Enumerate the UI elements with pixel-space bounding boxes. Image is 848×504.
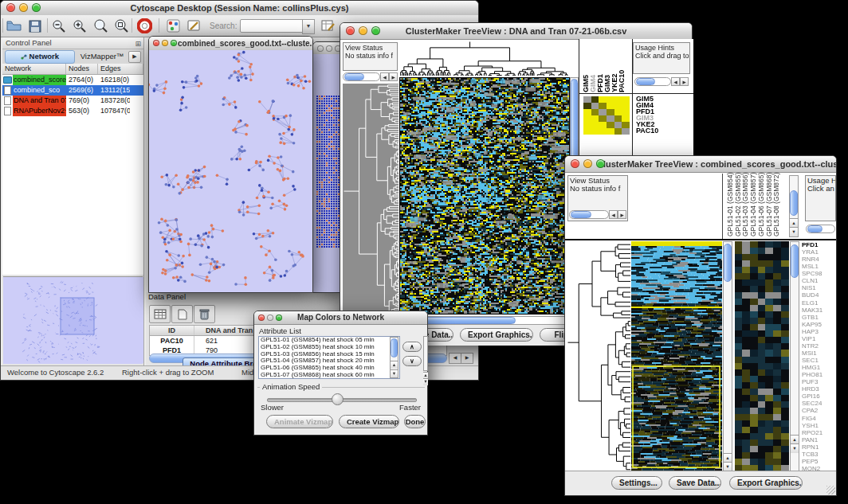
close-button[interactable]	[346, 26, 355, 35]
scroll-right-icon[interactable]: ▶	[680, 77, 689, 86]
zoom-in-icon[interactable]	[71, 18, 88, 34]
global-heatmap[interactable]	[631, 241, 722, 472]
network-list-item[interactable]: RNAPuberNov2+I563(0)107847(0)	[2, 106, 143, 116]
scroll-left-icon[interactable]: ◀	[671, 77, 680, 86]
attribute-select-icon[interactable]	[149, 305, 171, 323]
minimize-button[interactable]	[359, 26, 367, 35]
slider-thumb[interactable]	[332, 393, 344, 405]
attribute-editor-icon[interactable]	[320, 18, 336, 34]
gene-label: PAN1	[802, 436, 837, 443]
scroll-left-icon[interactable]: ◀	[380, 72, 389, 81]
cytoscape-titlebar[interactable]: Cytoscape Desktop (Session Name: collins…	[1, 1, 478, 16]
scroll-down-icon[interactable]: ▼	[791, 443, 799, 453]
col-nodes[interactable]: Nodes	[66, 64, 98, 74]
treeview2-titlebar[interactable]: ClusterMaker TreeView : combined_scores_…	[565, 156, 836, 173]
scroll-down-icon[interactable]: ▼	[423, 378, 428, 385]
float-panel-icon[interactable]: ⊞	[135, 38, 141, 49]
minimize-button[interactable]	[19, 3, 28, 12]
search-input[interactable]	[240, 19, 305, 33]
scroll-down-icon[interactable]: ▼	[391, 369, 398, 377]
annotation-icon[interactable]	[186, 18, 202, 34]
scroll-left-icon[interactable]: ◀	[449, 353, 461, 364]
heatmap-cell	[622, 109, 630, 115]
open-folder-icon[interactable]	[6, 18, 22, 34]
close-button[interactable]	[6, 3, 15, 12]
zoom-heatmap[interactable]	[735, 241, 789, 472]
attribute-list-scrollbar[interactable]: ▲ ▼	[390, 337, 398, 378]
zoom-heatmap[interactable]	[583, 96, 630, 135]
move-up-button[interactable]: ∧	[402, 342, 422, 352]
column-scrollbar[interactable]: ▲ ▼	[789, 175, 799, 237]
export-graphics-button[interactable]: Export Graphics...	[460, 328, 533, 342]
zoom-fit-icon[interactable]	[92, 18, 108, 34]
zoom-button[interactable]	[371, 26, 380, 35]
scroll-down-icon[interactable]: ▼	[790, 227, 798, 236]
zoom-vscrollbar[interactable]: ▲ ▼	[790, 241, 799, 472]
scroll-up-icon[interactable]: ▲	[391, 361, 398, 369]
network-list-item[interactable]: DNA and Tran 07769(0)183728(0)	[2, 96, 143, 106]
attribute-list[interactable]: GPL51-01 (GSM854) heat shock 05 minGPL51…	[258, 336, 400, 379]
vizmapper-icon[interactable]	[165, 18, 182, 34]
animate-vizmap-button[interactable]: Animate Vizmap	[266, 415, 333, 428]
scroll-right-icon[interactable]: ▶	[618, 210, 626, 219]
search-dropdown-icon[interactable]: ▼	[302, 19, 315, 34]
network-list-item[interactable]: combined_scores2764(0)16218(0)	[2, 75, 143, 85]
new-attribute-icon[interactable]	[171, 305, 193, 323]
dialog-side-scrollbar[interactable]	[423, 336, 428, 371]
settings-button[interactable]: Settings...	[611, 476, 662, 490]
column-dendrogram[interactable]	[399, 41, 568, 76]
move-down-button[interactable]: ∨	[402, 356, 422, 366]
view-status-scrollbar[interactable]: ◀▶	[569, 210, 626, 219]
save-icon[interactable]	[26, 18, 43, 34]
heatmap-cell	[622, 96, 630, 103]
heatmap[interactable]	[399, 77, 570, 315]
network-canvas[interactable]	[149, 50, 312, 292]
close-button[interactable]	[153, 40, 159, 46]
create-vizmap-button[interactable]: Create Vizmap	[339, 415, 399, 428]
resize-grip[interactable]	[826, 486, 835, 494]
col-id[interactable]: ID	[150, 326, 194, 335]
usage-hints-scrollbar[interactable]: ◀▶	[634, 77, 689, 86]
col-network[interactable]: Network	[2, 64, 66, 74]
minimize-button[interactable]	[583, 159, 592, 168]
zoom-button[interactable]	[32, 3, 41, 12]
minimize-button[interactable]	[267, 315, 273, 321]
close-button[interactable]	[571, 159, 579, 168]
scroll-right-icon[interactable]: ▶	[389, 72, 398, 81]
close-button[interactable]	[317, 45, 324, 52]
delete-attribute-icon[interactable]	[194, 305, 215, 323]
row-dendrogram[interactable]	[567, 241, 630, 472]
zoom-button[interactable]	[171, 40, 177, 46]
dialog-titlebar[interactable]: Map Colors to Network	[254, 311, 427, 325]
network-overview[interactable]	[3, 276, 143, 364]
tab-network[interactable]: Network	[5, 50, 75, 64]
zoom-button[interactable]	[276, 315, 282, 321]
network-titlebar[interactable]: combined_scores_good.txt--cluste...	[149, 37, 312, 51]
treeview1-titlebar[interactable]: ClusterMaker TreeView : DNA and Tran 07-…	[340, 23, 692, 40]
help-ring-icon[interactable]	[136, 18, 153, 34]
global-vscrollbar[interactable]: ▲ ▼	[723, 241, 732, 472]
scroll-left-icon[interactable]: ◀	[609, 210, 618, 219]
attribute-item[interactable]: GPL51-07 (GSM868) heat shock 60 min	[261, 372, 399, 379]
close-button[interactable]	[258, 315, 265, 321]
heatmap-cell	[607, 96, 614, 103]
column-dendrogram-area[interactable]	[630, 174, 723, 239]
usage-hints-scrollbar[interactable]	[806, 225, 835, 233]
export-graphics-button[interactable]: Export Graphics...	[729, 476, 803, 490]
row-dendrogram[interactable]	[343, 84, 398, 315]
network-list-item[interactable]: combined_sco2569(6)13112(15)	[2, 85, 143, 96]
save-data-button[interactable]: Save Data...	[669, 476, 721, 490]
view-status-scrollbar[interactable]: ◀▶	[343, 72, 398, 81]
scroll-right-icon[interactable]: ▶	[461, 353, 473, 364]
minimize-button[interactable]	[162, 40, 168, 46]
col-edges[interactable]: Edges	[98, 64, 143, 74]
desktop: Cytoscape Desktop (Session Name: collins…	[0, 0, 848, 504]
zoom-out-icon[interactable]	[50, 18, 67, 34]
done-button[interactable]: Done	[404, 415, 426, 428]
tab-vizmapper[interactable]: VizMapper™	[76, 50, 128, 62]
minimize-button[interactable]	[326, 45, 332, 52]
zoom-selected-icon[interactable]	[112, 18, 129, 34]
heatmap-cell	[614, 128, 622, 135]
zoom-button[interactable]	[596, 159, 605, 168]
tab-overflow-button[interactable]: ▶	[128, 51, 141, 63]
